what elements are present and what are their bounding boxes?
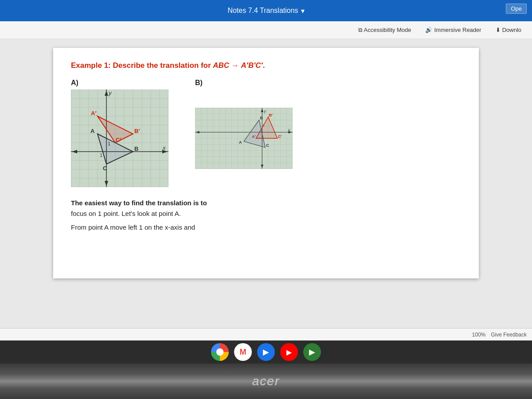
svg-text:C′: C′ xyxy=(278,134,282,139)
svg-text:x: x xyxy=(162,145,166,151)
svg-text:A: A xyxy=(90,128,95,134)
taskbar-youtube-icon[interactable]: ▶ xyxy=(280,343,298,361)
svg-text:B: B xyxy=(260,116,263,120)
download-icon: ⬇ xyxy=(496,27,501,33)
example-prefix: Example 1: xyxy=(71,61,111,70)
svg-text:C: C xyxy=(103,165,107,172)
toolbar: ⧉ Accessibility Mode 🔊 Immersive Reader … xyxy=(0,21,532,39)
example-description: Describe the translation for ABC → A′B′C… xyxy=(113,61,265,70)
diagrams-row: A) xyxy=(71,79,461,187)
immersive-reader-button[interactable]: 🔊 Immersive Reader xyxy=(422,25,485,35)
svg-text:y: y xyxy=(263,109,266,113)
svg-text:1: 1 xyxy=(100,153,102,158)
svg-text:B′: B′ xyxy=(269,113,273,117)
svg-text:C: C xyxy=(266,143,269,148)
description-strong: The easiest way to find the translation … xyxy=(71,199,207,207)
give-feedback-button[interactable]: Give Feedback xyxy=(491,332,527,338)
top-bar: Notes 7.4 Translations ▾ Ope xyxy=(0,0,532,21)
from-text: From point A move left 1 on the x-axis a… xyxy=(71,223,293,231)
immersive-reader-label: Immersive Reader xyxy=(434,27,481,33)
zoom-level: 100% xyxy=(472,332,486,338)
taskbar-blue-app-icon[interactable]: ▶ xyxy=(257,343,275,361)
svg-text:B: B xyxy=(134,145,138,152)
document-page: Example 1: Describe the translation for … xyxy=(53,48,479,278)
taskbar-green-play-icon[interactable]: ▶ xyxy=(303,343,321,361)
dropdown-icon[interactable]: ▾ xyxy=(301,7,305,15)
immersive-reader-icon: 🔊 xyxy=(425,27,432,33)
accessibility-label: Accessibility Mode xyxy=(364,27,411,33)
svg-text:A: A xyxy=(239,140,242,145)
accessibility-icon: ⧉ xyxy=(358,27,362,34)
diagram-b: B) xyxy=(195,79,337,187)
content-area: Example 1: Describe the translation for … xyxy=(0,39,532,328)
accessibility-mode-button[interactable]: ⧉ Accessibility Mode xyxy=(355,25,415,35)
example-title: Example 1: Describe the translation for … xyxy=(71,61,461,70)
diagram-b-grid: y x 1 B′ A′ C′ B A xyxy=(195,90,337,178)
description-line2: focus on 1 point. Let's look at point A. xyxy=(71,210,181,217)
status-bar: 100% Give Feedback xyxy=(0,328,532,340)
taskbar-chrome-icon[interactable] xyxy=(211,343,229,361)
diagram-b-label: B) xyxy=(195,79,337,87)
download-button[interactable]: ⬇ Downlo xyxy=(492,25,525,35)
diagram-a-label: A) xyxy=(71,79,168,87)
title-text: Notes 7.4 Translations xyxy=(227,7,298,15)
ope-button[interactable]: Ope xyxy=(506,4,527,14)
svg-text:A′: A′ xyxy=(91,110,97,117)
diagram-a: A) xyxy=(71,79,168,187)
acer-logo: acer xyxy=(252,374,280,388)
download-label: Downlo xyxy=(502,27,521,33)
svg-text:C′: C′ xyxy=(116,137,121,143)
svg-text:x: x xyxy=(288,128,290,132)
taskbar: M ▶ ▶ ▶ xyxy=(0,340,532,364)
diagram-a-grid: y x 1 1 xyxy=(71,90,168,187)
description-text: The easiest way to find the translation … xyxy=(71,198,293,219)
svg-text:B′: B′ xyxy=(134,128,140,134)
laptop-bottom: acer xyxy=(0,364,532,399)
taskbar-gmail-icon[interactable]: M xyxy=(234,343,252,361)
document-title: Notes 7.4 Translations ▾ xyxy=(227,7,304,15)
